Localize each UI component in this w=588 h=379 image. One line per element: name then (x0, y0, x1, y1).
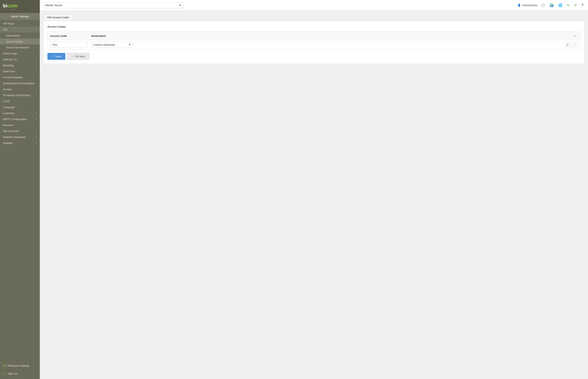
column-header-destination: Destination (91, 34, 571, 37)
sidebar-item-language[interactable]: Language (0, 104, 40, 110)
add-row-button[interactable]: ＋ (572, 33, 577, 38)
globe-eu-icon-button[interactable]: 🌍 (548, 2, 555, 8)
table-header: Access Code Destination ＋ (48, 32, 580, 40)
sidebar-item-action-logs[interactable]: Action Logs (0, 50, 40, 56)
save-label: Save (55, 55, 61, 58)
external-link-icon: ↗ (35, 112, 37, 114)
sidebar-item-label-smtp: SMTP Configuration (3, 118, 27, 121)
sidebar-item-updates[interactable]: Updates↗ (0, 140, 40, 146)
header-right: 👤 Administrator 🕐 🌍 🌐 ↻ ⟳ ? (518, 2, 585, 8)
sidebar-item-label-licensing: Licensing (3, 112, 14, 115)
globe-icon-button[interactable]: 🌐 (557, 2, 564, 8)
signout-icon: ↪ (3, 372, 6, 375)
sidebar-item-label-access-codes: Access Codes (6, 40, 23, 43)
sidebar-item-sessions[interactable]: Sessions (0, 122, 40, 128)
header: Master Tenant 👤 Administrator 🕐 🌍 🌐 ↻ ⟳ … (40, 0, 588, 11)
tab-ari-access-codes[interactable]: ARI Access Codes (43, 14, 73, 21)
sign-out-label: Sign out (8, 372, 17, 375)
sidebar-item-label-ldap: LDAP (3, 100, 10, 103)
sidebar-item-label-datetime: Date/Time (3, 70, 15, 73)
sidebar-item-smtp[interactable]: SMTP Configuration↗ (0, 116, 40, 122)
sidebar-item-label-sessions: Sessions (3, 124, 14, 127)
chevron-right-icon: › (36, 64, 37, 67)
card-title: Access Codes (47, 25, 580, 28)
sidebar-item-api-keys[interactable]: API Keys (0, 21, 40, 27)
row-list-button[interactable]: ☰ (565, 42, 571, 47)
row-delete-button[interactable]: ✕ (572, 42, 578, 47)
sidebar-item-branding[interactable]: Branding› (0, 63, 40, 68)
external-link-icon: ↗ (35, 136, 37, 138)
sidebar-item-applications[interactable]: Applications (0, 32, 40, 39)
page-inner: ARI Access Codes Access Codes Access Cod… (40, 11, 588, 67)
logo-wordmark: bicom (3, 3, 37, 8)
sidebar-item-tenant-permissions[interactable]: Tenant Permissions (0, 45, 40, 50)
sidebar-item-label-embedded-docs: Embedded Documentation (3, 82, 35, 85)
sidebar-item-label-applications: Applications (6, 34, 20, 37)
row-actions: ☰ ✕ (565, 42, 578, 47)
go-back-button[interactable]: ← Go back (67, 53, 89, 60)
add-column: ＋ (571, 33, 578, 38)
tenant-selector[interactable]: Master Tenant (43, 2, 183, 8)
admin-user-display: 👤 Administrator (518, 4, 538, 7)
sidebar-item-label-action-logs: Action Logs (3, 52, 17, 55)
sidebar-item-ldap[interactable]: LDAP (0, 98, 40, 104)
sidebar-item-label-groups: Groups (3, 88, 12, 91)
sidebar-item-label-email-templates: E-mail templates (3, 76, 23, 79)
chevron-right-icon: › (36, 130, 37, 132)
clock-icon-button[interactable]: 🕐 (540, 2, 546, 8)
table-row: Custom-Voicemail Voicemail IVR Queue Ext… (48, 40, 580, 49)
column-header-code: Access Code (50, 34, 91, 37)
sidebar-logo: bicom SYSTEMS (0, 0, 40, 13)
external-link-icon: ↗ (35, 142, 37, 144)
sidebar-item-label-asterisk-cli: Asterisk CLI (3, 58, 17, 61)
save-button[interactable]: ✓ Save (47, 53, 65, 60)
main-content: Master Tenant 👤 Administrator 🕐 🌍 🌐 ↻ ⟳ … (40, 0, 588, 379)
external-link-icon: ↗ (35, 58, 37, 61)
admin-settings-button[interactable]: Admin Settings (0, 13, 40, 20)
sidebar-item-email-templates[interactable]: E-mail templates (0, 74, 40, 80)
sidebar-item-access-codes[interactable]: Access Codes (0, 39, 40, 45)
sidebar-item-label-language: Language (3, 106, 15, 109)
sidebar-item-label-tenant-permissions: Tenant Permissions (6, 46, 29, 49)
access-code-input[interactable] (50, 42, 87, 48)
sidebar-item-ari[interactable]: ARI▾ (0, 27, 40, 32)
nav-list: API KeysARI▾ApplicationsAccess CodesTena… (0, 21, 40, 146)
chevron-right-icon: › (36, 94, 37, 97)
external-link-icon: ↗ (35, 118, 37, 120)
row-code-cell (50, 42, 91, 48)
sidebar-bottom: ⚙ PBXware Settings ↪ Sign out (0, 360, 40, 379)
sidebar: bicom SYSTEMS Admin Settings API KeysARI… (0, 0, 40, 379)
gear-icon: ⚙ (3, 364, 6, 367)
tab-bar: ARI Access Codes (43, 14, 585, 21)
destination-select[interactable]: Custom-Voicemail Voicemail IVR Queue Ext… (91, 42, 133, 48)
sidebar-item-label-stats-db: Statistics Database (3, 136, 26, 139)
sidebar-item-site-accounts[interactable]: Site Accounts› (0, 128, 40, 134)
arrow-left-icon: ← (71, 55, 74, 58)
sidebar-item-groups[interactable]: Groups (0, 86, 40, 92)
sidebar-item-label-updates: Updates (3, 142, 13, 145)
row-destination-cell: Custom-Voicemail Voicemail IVR Queue Ext… (91, 42, 565, 48)
sidebar-item-label-ari: ARI (3, 28, 7, 31)
sidebar-item-label-ip-restrictions: IP Address Restrictions (3, 94, 31, 97)
sidebar-item-stats-db[interactable]: Statistics Database↗ (0, 134, 40, 140)
go-back-label: Go back (75, 55, 85, 58)
content-area: ARI Access Codes Access Codes Access Cod… (40, 11, 588, 379)
main-card: Access Codes Access Code Destination ＋ (43, 21, 585, 64)
logo-tagline: SYSTEMS (3, 9, 37, 11)
sign-out-button[interactable]: ↪ Sign out (0, 370, 40, 377)
help-icon-button[interactable]: ? (580, 3, 585, 8)
refresh-green-icon-button[interactable]: ↻ (566, 2, 571, 8)
user-icon: 👤 (518, 4, 521, 7)
refresh-outline-icon-button[interactable]: ⟳ (573, 2, 578, 8)
chevron-right-icon: ▾ (36, 28, 37, 31)
sidebar-item-embedded-docs[interactable]: Embedded Documentation (0, 80, 40, 86)
sidebar-item-licensing[interactable]: Licensing↗ (0, 110, 40, 116)
sidebar-item-label-api-keys: API Keys (3, 22, 14, 25)
sidebar-item-datetime[interactable]: Date/Time (0, 68, 40, 74)
pbxware-settings-button[interactable]: ⚙ PBXware Settings (0, 362, 40, 370)
pbxware-settings-label: PBXware Settings (8, 364, 29, 367)
checkmark-icon: ✓ (51, 55, 54, 58)
form-buttons: ✓ Save ← Go back (47, 53, 580, 60)
sidebar-item-ip-restrictions[interactable]: IP Address Restrictions› (0, 92, 40, 98)
sidebar-item-asterisk-cli[interactable]: Asterisk CLI↗ (0, 56, 40, 63)
